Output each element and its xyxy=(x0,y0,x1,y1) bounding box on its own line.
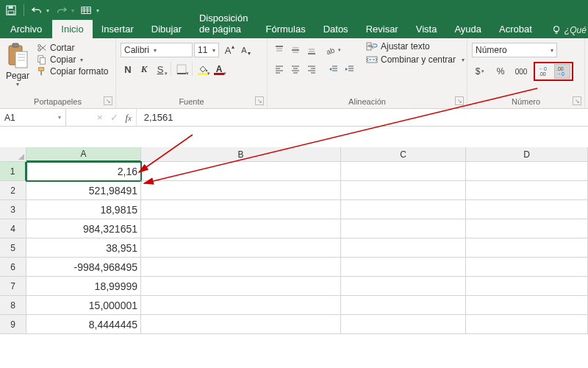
format-painter-button[interactable]: Copiar formato xyxy=(37,66,108,77)
cell[interactable] xyxy=(466,238,588,258)
cell[interactable]: 984,321651 xyxy=(26,219,141,238)
paste-button[interactable]: Pegar ▾ xyxy=(4,41,32,88)
number-launcher-icon[interactable]: ↘ xyxy=(573,96,581,105)
row-header[interactable]: 1 xyxy=(0,162,26,181)
col-header-c[interactable]: C xyxy=(341,147,466,162)
wrap-text-button[interactable]: ab Ajustar texto xyxy=(366,41,465,52)
number-format-combo[interactable]: Número ▾ xyxy=(472,43,557,57)
tab-review[interactable]: Revisar xyxy=(357,20,407,38)
bold-button[interactable]: N xyxy=(121,62,135,77)
name-box[interactable]: A1 ▾ xyxy=(0,109,66,126)
row-header[interactable]: 2 xyxy=(0,181,26,200)
comma-format-button[interactable]: 000 xyxy=(513,64,529,79)
tab-formulas[interactable]: Fórmulas xyxy=(257,20,314,38)
cell-a1[interactable]: 2,16 xyxy=(26,162,141,181)
align-right-icon[interactable] xyxy=(304,62,319,77)
increase-indent-icon[interactable] xyxy=(343,62,357,77)
col-header-b[interactable]: B xyxy=(141,147,341,162)
clipboard-launcher-icon[interactable]: ↘ xyxy=(104,96,112,105)
align-left-icon[interactable] xyxy=(272,62,287,77)
accounting-format-button[interactable]: $▾ xyxy=(472,64,488,79)
tell-me-search[interactable]: ¿Qué xyxy=(545,22,588,38)
cell[interactable] xyxy=(466,277,588,296)
cell[interactable] xyxy=(466,200,588,219)
cell[interactable] xyxy=(341,181,466,200)
cell[interactable]: 38,951 xyxy=(26,238,141,258)
cell[interactable] xyxy=(141,296,341,315)
cell[interactable] xyxy=(141,238,341,258)
undo-dropdown-icon[interactable]: ▾ xyxy=(46,7,49,14)
decrease-font-icon[interactable]: A▾ xyxy=(237,43,251,57)
cell[interactable] xyxy=(466,181,588,200)
decrease-indent-icon[interactable] xyxy=(326,62,341,77)
touch-mode-icon[interactable] xyxy=(80,4,93,17)
cell[interactable] xyxy=(341,238,466,258)
cell[interactable]: 8,4444445 xyxy=(26,315,141,334)
cell[interactable] xyxy=(466,258,588,277)
cell[interactable]: -9984,968495 xyxy=(26,258,141,277)
cell[interactable] xyxy=(466,219,588,238)
tab-data[interactable]: Datos xyxy=(315,20,357,38)
merge-dropdown-icon[interactable]: ▾ xyxy=(462,57,465,63)
cells-area[interactable]: 2,16 521,98491 18,9815 984,321651 38,951… xyxy=(26,162,588,334)
insert-function-icon[interactable]: fx xyxy=(126,112,132,124)
tab-page-layout[interactable]: Disposición de página xyxy=(190,9,257,38)
align-center-icon[interactable] xyxy=(288,62,303,77)
cell[interactable]: 15,000001 xyxy=(26,296,141,315)
cell[interactable] xyxy=(466,315,588,334)
cell[interactable] xyxy=(466,296,588,315)
cut-button[interactable]: Cortar xyxy=(37,43,108,53)
cell[interactable] xyxy=(141,315,341,334)
cell[interactable] xyxy=(341,296,466,315)
borders-button[interactable] xyxy=(174,62,189,77)
col-header-a[interactable]: A xyxy=(26,147,141,162)
cell[interactable] xyxy=(341,315,466,334)
tab-insert[interactable]: Insertar xyxy=(93,20,143,38)
merge-center-button[interactable]: Combinar y centrar ▾ xyxy=(366,54,465,65)
paste-dropdown-icon[interactable]: ▾ xyxy=(16,81,19,88)
alignment-launcher-icon[interactable]: ↘ xyxy=(455,96,464,105)
tab-view[interactable]: Vista xyxy=(407,20,446,38)
tab-acrobat[interactable]: Acrobat xyxy=(490,20,541,38)
cell[interactable] xyxy=(141,258,341,277)
increase-font-icon[interactable]: A▴ xyxy=(220,43,235,57)
cell[interactable] xyxy=(141,277,341,296)
cancel-formula-icon[interactable]: × xyxy=(97,112,103,123)
row-header[interactable]: 4 xyxy=(0,219,26,238)
cell[interactable] xyxy=(141,219,341,238)
row-header[interactable]: 6 xyxy=(0,258,26,277)
font-launcher-icon[interactable]: ↘ xyxy=(255,96,264,105)
underline-button[interactable]: S xyxy=(153,62,168,77)
formula-input[interactable]: 2,1561 xyxy=(137,109,588,126)
font-name-combo[interactable]: Calibri ▾ xyxy=(121,43,193,57)
copy-button[interactable]: Copiar ▾ xyxy=(37,54,108,65)
undo-icon[interactable] xyxy=(30,4,43,17)
font-color-button[interactable]: A xyxy=(212,62,226,77)
cell[interactable] xyxy=(341,200,466,219)
decrease-decimal-button[interactable]: .00→0 xyxy=(554,64,570,79)
percent-format-button[interactable]: % xyxy=(492,64,509,79)
cell[interactable] xyxy=(341,277,466,296)
cell[interactable] xyxy=(141,200,341,219)
cell[interactable] xyxy=(466,162,588,181)
increase-decimal-button[interactable]: ←0.00 xyxy=(537,64,553,79)
redo-dropdown-icon[interactable]: ▾ xyxy=(71,7,74,14)
italic-button[interactable]: K xyxy=(137,62,151,77)
orientation-button[interactable]: ab▾ xyxy=(326,43,341,57)
row-header[interactable]: 8 xyxy=(0,296,26,315)
redo-icon[interactable] xyxy=(55,4,68,17)
cell[interactable]: 18,99999 xyxy=(26,277,141,296)
cell[interactable]: 521,98491 xyxy=(26,181,141,200)
cell[interactable] xyxy=(141,181,341,200)
align-top-icon[interactable] xyxy=(272,43,287,57)
tab-help[interactable]: Ayuda xyxy=(445,20,490,38)
tab-file[interactable]: Archivo xyxy=(0,20,52,38)
tab-draw[interactable]: Dibujar xyxy=(143,20,190,38)
align-bottom-icon[interactable] xyxy=(304,43,319,57)
align-middle-icon[interactable] xyxy=(288,43,303,57)
cell[interactable] xyxy=(141,162,341,181)
cell[interactable] xyxy=(341,219,466,238)
row-header[interactable]: 3 xyxy=(0,200,26,219)
col-header-d[interactable]: D xyxy=(466,147,588,162)
fill-color-button[interactable] xyxy=(196,62,210,77)
